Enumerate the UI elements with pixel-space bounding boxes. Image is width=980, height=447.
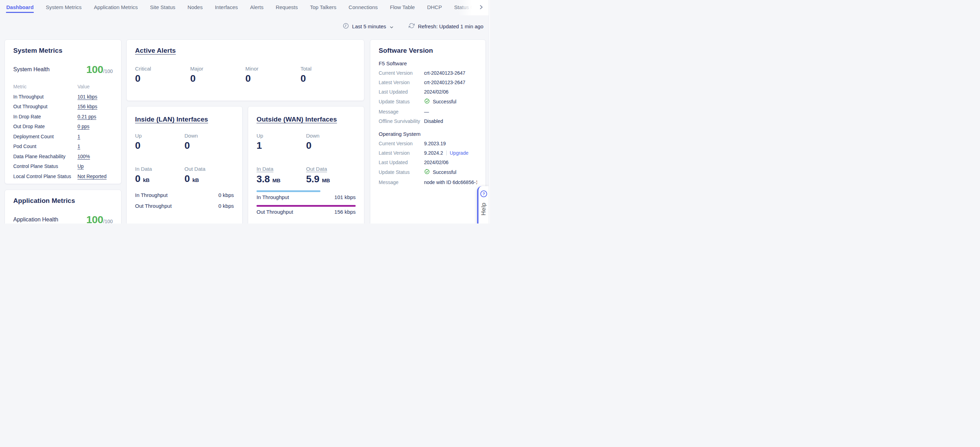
table-row: Deployment Count1 (13, 134, 113, 139)
metric-value-link[interactable]: Up (78, 163, 113, 169)
lan-in-throughput-row: In Throughput0 kbps (135, 192, 234, 198)
success-check-icon (424, 169, 430, 176)
wan-up: Up 1 (256, 133, 306, 151)
table-row: Pod Count1 (13, 144, 113, 149)
tab-application-metrics[interactable]: Application Metrics (94, 0, 138, 14)
application-health-score: 100/100 (86, 214, 113, 224)
metric-value-link[interactable]: 1 (78, 134, 113, 139)
metrics-table: In Throughput101 kbps Out Throughput156 … (13, 94, 113, 179)
tab-site-status[interactable]: Site Status (150, 0, 175, 14)
value-column-header: Value (78, 84, 113, 89)
wan-down: Down 0 (306, 133, 356, 151)
metric-value-link[interactable]: 0.21 pps (78, 114, 113, 120)
system-health-row: System Health 100/100 (13, 64, 113, 75)
metric-value-link[interactable]: 0 pps (78, 124, 113, 129)
alerts-summary-grid: Critical 0 Major 0 Minor 0 Total 0 (135, 65, 356, 84)
os-latest-version: 9.2024.2 (424, 150, 443, 156)
wan-interfaces-title-link[interactable]: Outside (WAN) Interfaces (256, 116, 337, 123)
lan-out-data: Out Data 0 kB (185, 166, 234, 184)
chevron-down-icon (390, 24, 393, 30)
software-version-card: Software Version F5 Software Current Ver… (370, 40, 486, 224)
svg-text:?: ? (482, 192, 485, 196)
clock-icon (343, 23, 349, 30)
tab-top-talkers[interactable]: Top Talkers (310, 0, 336, 14)
help-tab[interactable]: ? Help (477, 186, 488, 224)
application-health-row: Application Health 100/100 (13, 214, 113, 224)
active-alerts-title-link[interactable]: Active Alerts (135, 47, 176, 54)
table-row: Out Throughput156 kbps (13, 104, 113, 109)
wan-data-grid: In Data 3.8 MB Out Data 5.9 MB (256, 166, 356, 185)
lan-data-grid: In Data 0 kB Out Data 0 kB (135, 166, 234, 184)
table-row: Update Status Successful (379, 169, 477, 176)
table-row: Data Plane Reachability100% (13, 154, 113, 159)
tab-dhcp[interactable]: DHCP (427, 0, 442, 14)
controls-row: Last 5 minutes Refresh: Updated 1 min ag… (343, 22, 484, 30)
lan-throughput-rows: In Throughput0 kbps Out Throughput0 kbps (135, 192, 234, 209)
lan-interfaces-card: Inside (LAN) Interfaces Up 0 Down 0 In D… (126, 106, 243, 224)
alert-critical: Critical 0 (135, 65, 190, 84)
metric-label: Out Throughput (13, 104, 78, 109)
table-row: Latest Version 9.2024.2 Upgrade (379, 150, 477, 156)
table-row: In Drop Rate0.21 pps (13, 114, 113, 120)
tab-nodes[interactable]: Nodes (188, 0, 202, 14)
metric-label: Out Drop Rate (13, 124, 78, 129)
wan-out-data-link[interactable]: Out Data (306, 166, 327, 172)
help-question-icon: ? (480, 190, 488, 199)
f5-software-heading: F5 Software (379, 61, 477, 66)
help-label: Help (480, 203, 487, 216)
metric-value-link[interactable]: 156 kbps (78, 104, 113, 109)
upgrade-link[interactable]: Upgrade (450, 150, 469, 156)
tab-dashboard[interactable]: Dashboard (6, 0, 33, 14)
application-metrics-card: Application Metrics Application Health 1… (5, 190, 121, 224)
wan-updown-grid: Up 1 Down 0 (256, 133, 356, 151)
wan-in-data-link[interactable]: In Data (256, 166, 273, 172)
wan-interfaces-card: Outside (WAN) Interfaces Up 1 Down 0 In … (248, 106, 364, 224)
table-row: Message node with ID 6dc66856-1... (379, 179, 477, 185)
table-row: Latest Version crt-20240123-2647 (379, 79, 477, 85)
tab-connections[interactable]: Connections (348, 0, 378, 14)
system-metrics-card: System Metrics System Health 100/100 Met… (5, 40, 121, 184)
lan-interfaces-title-link[interactable]: Inside (LAN) Interfaces (135, 116, 208, 123)
tab-alerts[interactable]: Alerts (250, 0, 264, 14)
alert-minor: Minor 0 (245, 65, 301, 84)
metric-value-link[interactable]: Not Reported (78, 174, 113, 179)
tab-system-metrics[interactable]: System Metrics (46, 0, 82, 14)
metric-value-link[interactable]: 101 kbps (78, 94, 113, 99)
software-version-title: Software Version (379, 47, 477, 54)
system-metrics-title: System Metrics (13, 47, 113, 54)
chevron-right-icon (479, 5, 484, 11)
nav-scroll-right-button[interactable] (479, 5, 484, 11)
tab-flow-table[interactable]: Flow Table (390, 0, 415, 14)
metric-value-link[interactable]: 1 (78, 144, 113, 149)
lan-in-data: In Data 0 kB (135, 166, 185, 184)
metric-value-link[interactable]: 100% (78, 154, 113, 159)
update-status-text: Successful (433, 169, 457, 175)
tab-interfaces[interactable]: Interfaces (215, 0, 238, 14)
refresh-icon (409, 23, 415, 30)
metric-label: Control Plane Status (13, 163, 78, 169)
metrics-table-header: Metric Value (13, 84, 113, 89)
lan-updown-grid: Up 0 Down 0 (135, 133, 234, 151)
metric-label: In Drop Rate (13, 114, 78, 120)
lan-out-throughput-row: Out Throughput0 kbps (135, 203, 234, 209)
metric-label: Data Plane Reachability (13, 154, 78, 159)
time-range-selector[interactable]: Last 5 minutes (343, 23, 394, 30)
success-check-icon (424, 98, 430, 105)
wan-in-throughput-row: In Throughput101 kbps (256, 190, 356, 200)
table-row: Last Updated 2024/02/06 (379, 159, 477, 165)
metric-label: Pod Count (13, 144, 78, 149)
table-row: Message — (379, 109, 477, 115)
tab-requests[interactable]: Requests (276, 0, 298, 14)
refresh-control[interactable]: Refresh: Updated 1 min ago (409, 23, 484, 30)
scrollbar-gutter[interactable] (488, 0, 490, 224)
metric-label: In Throughput (13, 94, 78, 99)
table-row: In Throughput101 kbps (13, 94, 113, 99)
out-throughput-bar (256, 205, 356, 207)
table-row: Out Drop Rate0 pps (13, 124, 113, 129)
divider (446, 150, 447, 155)
metric-label: Local Control Plane Status (13, 174, 78, 179)
table-row: Offline Survivability Disabled (379, 118, 477, 124)
metric-label: Deployment Count (13, 134, 78, 139)
application-metrics-title: Application Metrics (13, 197, 113, 204)
wan-throughput-rows: In Throughput101 kbps Out Throughput156 … (256, 190, 356, 215)
